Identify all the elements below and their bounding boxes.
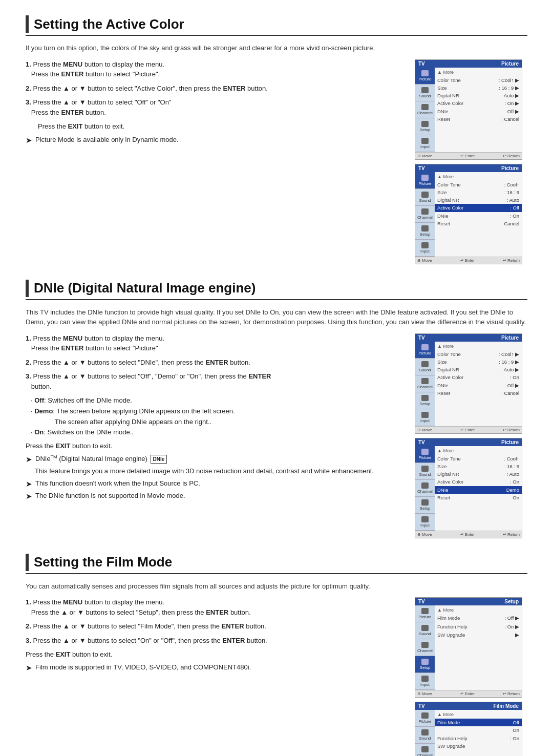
tv-sidebar: Picture Sound Channel Setup Input [415,605,435,690]
sound-icon [421,361,429,367]
bold-enter: ENTER [205,359,228,366]
step-num: 2. [26,622,31,630]
step-num: 3. [26,98,31,106]
section-active-color: Setting the Active Color If you turn on … [26,15,527,264]
dnie-layout: 1. Press the MENU button to display the … [26,333,527,538]
sidebar-picture: Picture [415,605,435,622]
tv-move: ⊕ Move [417,258,432,263]
tv-enter: ↵ Enter [460,428,475,432]
tv-more: ▲ More [437,344,519,349]
section-title-active-color: Setting the Active Color [34,16,184,32]
channel-icon [421,208,429,215]
step-1: 1. Press the MENU button to display the … [26,597,407,617]
sidebar-picture: Picture [415,342,435,359]
input-icon [421,412,429,418]
picture-icon [421,712,429,719]
picture-icon [421,70,429,76]
tv-row-size: Size: 16 : 9 ▶ [437,84,519,92]
tv-row-dnie: DNIe: On [437,212,519,220]
note-exit: Press the EXIT button to exit. [38,121,407,132]
arrow-note-film-1: ➤ Film mode is supported in TV, VIDEO, S… [26,662,407,674]
tv-row-dnie: DNIe: Off ▶ [437,382,519,389]
tv-row-size: Size: 16 : 9 [437,463,519,470]
input-icon [421,676,429,682]
tv-section-label: Picture [501,335,519,341]
tv-row-reset: Reset: Cancel [437,220,519,227]
step-num: 2. [26,85,31,92]
sidebar-channel: Channel [415,101,435,118]
step-3: 3. Press the ▲ or ▼ button to select "Of… [26,97,407,117]
tv-section-label: Setup [504,599,519,604]
sidebar-picture: Picture [415,172,435,189]
sidebar-setup: Setup [415,656,435,673]
tv-screenshot-film-2: TV Film Mode Picture Sound Channel Setup… [415,702,522,756]
tv-top-bar-film2: TV Film Mode [415,702,522,710]
bold-menu: MENU [63,334,82,342]
tv-bottom-bar-2: ⊕ Move ↵ Enter ↩ Return [415,531,522,538]
sidebar-setup: Setup [415,118,435,135]
arrow-icon: ➤ [26,454,32,466]
step-num: 3. [26,372,31,380]
tv-enter: ↵ Enter [460,258,475,263]
section-bar [26,280,29,297]
sidebar-setup: Setup [415,223,435,240]
arrow-note-dnie-2: ➤ This function doesn't work when the In… [26,478,407,490]
tv-row-size: Size: 16 : 9 [437,188,519,196]
section-title-dnie: DNIe (Digital Natural Image engine) [34,280,256,296]
step-1: 1. Press the MENU button to display the … [26,59,407,79]
step-num: 1. [26,334,31,342]
arrow-note-dnie-1: ➤ DNIeTM (Digital Natural Image engine) … [26,454,407,466]
step-num: 1. [26,60,31,68]
tv-label: TV [418,61,425,67]
tv-row-dnr: Digital NR: Auto [437,470,519,478]
dnie-screenshots: TV Picture Picture Sound Channel Setup I… [415,333,527,538]
bold-menu: MENU [63,60,82,68]
tv-screenshot-1: TV Picture Picture Sound Channel Setup I… [415,59,522,160]
tv-more: ▲ More [437,448,519,453]
picture-icon [421,449,429,455]
section-desc-film-mode: You can automatically senses and process… [26,581,527,592]
channel-icon [421,746,429,752]
tv-screenshot-2: TV Picture Picture Sound Channel Setup I… [415,164,522,264]
tv-row-dnr: Digital NR: Auto ▶ [437,92,519,99]
tv-screenshot-dnie-1: TV Picture Picture Sound Channel Setup I… [415,333,522,434]
tv-row-colortone: Color Tone: Cool↑ [437,181,519,188]
tv-body-2: Picture Sound Channel Setup Input ▲ More… [415,172,522,257]
picture-icon [421,344,429,350]
bullet-demo: Demo: The screen before applying DNIe ap… [31,406,407,428]
section-dnie: DNIe (Digital Natural Image engine) This… [26,280,527,538]
tv-return: ↩ Return [503,428,520,432]
sidebar-channel: Channel [415,375,435,392]
tv-main-2: ▲ More Color Tone: Cool↑ Size: 16 : 9 Di… [435,446,522,531]
picture-icon [421,175,429,181]
bold-enter: ENTER [61,70,83,78]
tv-sidebar: Picture Sound Channel Setup Input [415,342,435,426]
arrow-note-text: Picture Mode is available only in Dynami… [35,135,179,145]
bold-enter: ENTER [61,109,83,116]
sidebar-picture: Picture [415,710,435,727]
note-exit-film: Press the EXIT button to exit. [26,649,407,660]
step-2: 2. Press the ▲ or ▼ buttons to select "D… [26,358,407,368]
section-title-film-mode: Setting the Film Mode [34,554,172,570]
tv-bottom-bar: ⊕ Move ↵ Enter ↩ Return [415,152,522,159]
tv-row-reset: Reset: Cancel [437,389,519,397]
step-num: 2. [26,359,31,366]
sidebar-channel: Channel [415,744,435,756]
tv-row-filmmode: Film Mode: Off ▶ [437,614,519,622]
dnie-badge: DNIe [151,455,167,464]
section-header-active-color: Setting the Active Color [26,15,527,36]
tv-body: Picture Sound Channel Setup Input ▲ More… [415,342,522,426]
tv-move: ⊕ Move [417,691,432,696]
film-mode-layout: 1. Press the MENU button to display the … [26,597,527,756]
dnie-steps: 1. Press the MENU button to display the … [26,333,407,502]
tv-screenshot-dnie-2: TV Picture Picture Sound Channel Setup I… [415,438,522,538]
bullet-on: On: Switches on the DNIe mode.. [31,427,407,438]
step-3: 3. Press the ▲ or ▼ buttons to select "O… [26,371,407,391]
arrow-icon: ➤ [26,491,32,502]
tv-main: ▲ More Film Mode: Off ▶ Function Help: O… [435,605,522,690]
setup-icon [421,225,429,232]
tv-bottom-bar: ⊕ Move ↵ Enter ↩ Return [415,690,522,697]
tv-section-label: Picture [501,165,519,171]
tv-row-colortone: Color Tone: Cool↑ [437,455,519,463]
channel-icon [421,104,429,110]
